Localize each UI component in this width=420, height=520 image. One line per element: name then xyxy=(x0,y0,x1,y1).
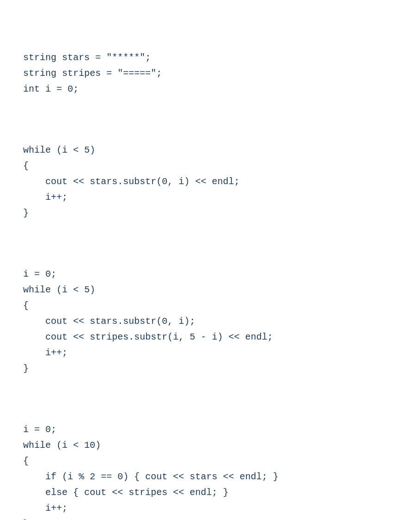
section-3: i = 0; while (i < 5) { cout << stars.sub… xyxy=(23,266,397,377)
section-2: while (i < 5) { cout << stars.substr(0, … xyxy=(23,142,397,221)
section-4: i = 0; while (i < 10) { if (i % 2 == 0) … xyxy=(23,422,397,520)
section-1: string stars = "*****"; string stripes =… xyxy=(23,50,397,97)
code-container: string stars = "*****"; string stripes =… xyxy=(0,0,420,520)
code-block: string stars = "*****"; string stripes =… xyxy=(23,19,397,520)
